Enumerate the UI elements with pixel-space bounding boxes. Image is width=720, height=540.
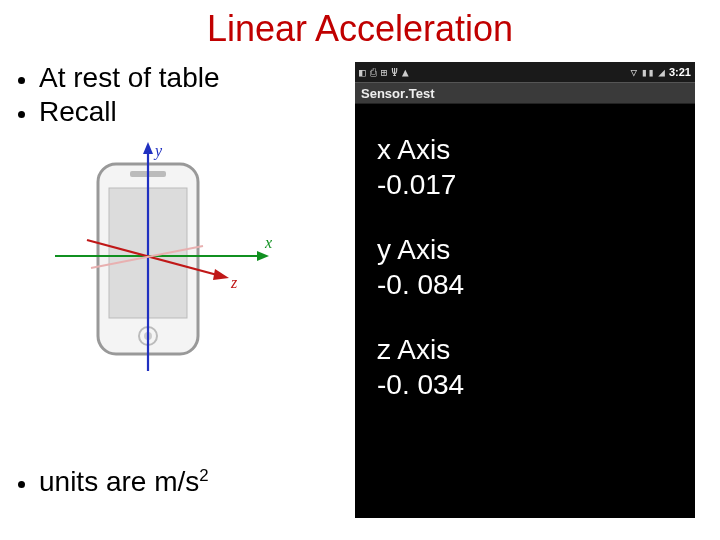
status-clock: 3:21 [669, 66, 691, 78]
bullet-text: units are m/s2 [39, 466, 209, 498]
z-axis-label: z [230, 274, 238, 291]
usb-icon: Ψ [391, 66, 398, 79]
left-column: At rest of table Recall y x [0, 62, 355, 518]
z-reading: z Axis -0. 034 [377, 332, 673, 402]
slide-title: Linear Acceleration [0, 0, 720, 50]
z-axis-reading-value: -0. 034 [377, 367, 673, 402]
x-reading: x Axis -0.017 [377, 132, 673, 202]
status-icon: ◧ [359, 66, 366, 79]
warning-icon: ▲ [402, 66, 409, 79]
y-axis-reading-label: y Axis [377, 232, 673, 267]
y-reading: y Axis -0. 084 [377, 232, 673, 302]
slide-body: At rest of table Recall y x [0, 62, 720, 518]
x-axis-reading-value: -0.017 [377, 167, 673, 202]
bullet-dot-icon [18, 481, 25, 488]
app-title-bar: Sensor.Test [355, 82, 695, 104]
app-title-part: Sensor [361, 86, 405, 101]
bullet-at-rest: At rest of table [18, 62, 355, 94]
y-axis-label: y [153, 142, 163, 160]
sensor-readings: x Axis -0.017 y Axis -0. 084 z Axis -0. … [355, 104, 695, 402]
y-axis-reading-value: -0. 084 [377, 267, 673, 302]
svg-marker-8 [257, 251, 269, 261]
signal-icon: ◢ [658, 66, 665, 79]
units-exponent: 2 [199, 466, 208, 485]
axes-diagram: y x z [43, 136, 283, 386]
svg-marker-10 [213, 269, 229, 280]
units-text: units are m/s [39, 466, 199, 497]
z-axis-reading-label: z Axis [377, 332, 673, 367]
app-title-part: .Test [405, 86, 434, 101]
bullet-recall: Recall [18, 96, 355, 128]
battery-icon: ▮▮ [641, 66, 654, 79]
bullet-text: At rest of table [39, 62, 220, 94]
status-icon: ⎙ [370, 66, 377, 79]
bullet-units: units are m/s2 [18, 466, 209, 498]
bullet-text: Recall [39, 96, 117, 128]
status-icon: ⊞ [381, 66, 388, 79]
bullet-dot-icon [18, 111, 25, 118]
svg-marker-6 [143, 142, 153, 154]
bullet-dot-icon [18, 77, 25, 84]
android-status-bar: ◧ ⎙ ⊞ Ψ ▲ ▽ ▮▮ ◢ 3:21 [355, 62, 695, 82]
wifi-icon: ▽ [630, 66, 637, 79]
x-axis-reading-label: x Axis [377, 132, 673, 167]
phone-screenshot: ◧ ⎙ ⊞ Ψ ▲ ▽ ▮▮ ◢ 3:21 Sensor.Test x Axis… [355, 62, 695, 518]
x-axis-label: x [264, 234, 272, 251]
